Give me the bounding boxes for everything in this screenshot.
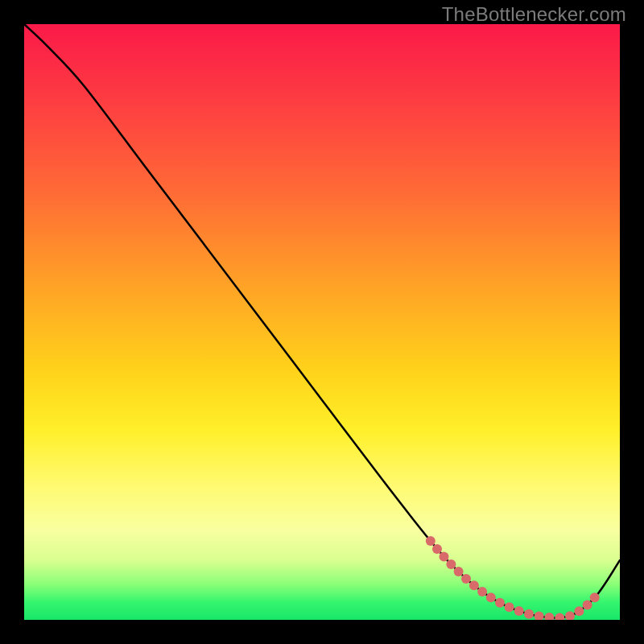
plot-background-gradient xyxy=(24,24,620,620)
chart-frame: TheBottlenecker.com xyxy=(0,0,644,644)
watermark-text: TheBottlenecker.com xyxy=(442,3,626,26)
